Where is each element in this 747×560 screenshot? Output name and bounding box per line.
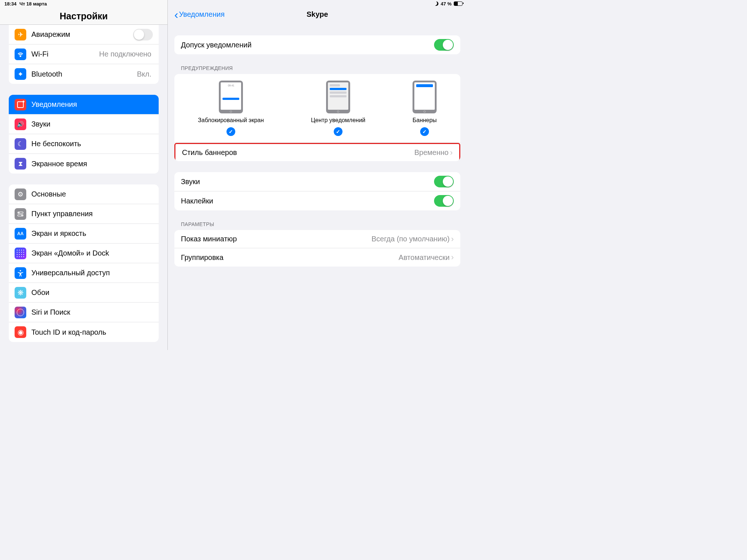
- sidebar-item-siri[interactable]: Siri и Поиск: [9, 303, 159, 322]
- sidebar-item-homescreen[interactable]: Экран «Домой» и Dock: [9, 244, 159, 263]
- sounds-icon: 🔊: [15, 118, 26, 130]
- alerts-section-header: ПРЕДУПРЕЖДЕНИЯ: [174, 65, 460, 74]
- alert-style-banners[interactable]: Баннеры ✓: [413, 81, 437, 136]
- back-button[interactable]: ‹ Уведомления: [174, 10, 225, 19]
- alert-style-notification-center[interactable]: Центр уведомлений ✓: [311, 81, 365, 136]
- sidebar-item-dnd[interactable]: ☾ Не беспокоить: [9, 134, 159, 154]
- chevron-right-icon: ›: [451, 234, 454, 244]
- sounds-row[interactable]: Звуки: [174, 172, 460, 191]
- grouping-row[interactable]: Группировка Автоматически ›: [174, 248, 460, 267]
- fingerprint-icon: ◉: [15, 326, 26, 338]
- chevron-right-icon: ›: [451, 253, 454, 262]
- banner-preview-icon: [413, 81, 437, 113]
- hourglass-icon: ⧗: [15, 158, 26, 170]
- sidebar-item-control-center[interactable]: Пункт управления: [9, 204, 159, 224]
- svg-point-2: [18, 212, 19, 213]
- alert-style-lockscreen[interactable]: 09:41 Заблокированный экран ✓: [198, 81, 264, 136]
- sidebar-item-notifications[interactable]: Уведомления: [9, 95, 159, 114]
- moon-icon: ☾: [15, 138, 26, 150]
- check-icon: ✓: [334, 127, 342, 136]
- chevron-left-icon: ‹: [174, 12, 178, 18]
- notifications-icon: [15, 99, 26, 110]
- gear-icon: ⚙: [15, 188, 26, 200]
- status-time: 18:34: [4, 1, 16, 7]
- battery-icon: [454, 1, 462, 6]
- sidebar-item-airplane[interactable]: ✈ Авиарежим: [9, 25, 159, 44]
- sidebar-item-accessibility[interactable]: Универсальный доступ: [9, 263, 159, 283]
- airplane-icon: ✈: [15, 29, 26, 40]
- dnd-status-icon: [434, 1, 439, 6]
- notification-center-preview-icon: [326, 81, 350, 113]
- page-title: Skype: [307, 10, 328, 19]
- home-grid-icon: [15, 248, 26, 259]
- sidebar-item-wifi[interactable]: Wi-Fi Не подключено: [9, 44, 159, 64]
- settings-sidebar: Настройки ✈ Авиарежим Wi-Fi Не подключен…: [0, 0, 168, 350]
- svg-point-0: [20, 55, 21, 57]
- sidebar-item-general[interactable]: ⚙ Основные: [9, 184, 159, 204]
- sidebar-item-sounds[interactable]: 🔊 Звуки: [9, 114, 159, 134]
- sidebar-item-touchid[interactable]: ◉ Touch ID и код-пароль: [9, 322, 159, 342]
- allow-notifications-row[interactable]: Допуск уведомлений: [174, 35, 460, 54]
- status-bar: 18:34 Чт 18 марта 47 %: [0, 0, 467, 7]
- status-date: Чт 18 марта: [19, 1, 47, 7]
- sounds-toggle[interactable]: [434, 176, 454, 187]
- params-section-header: ПАРАМЕТРЫ: [174, 221, 460, 230]
- allow-notifications-toggle[interactable]: [434, 39, 454, 51]
- sidebar-item-bluetooth[interactable]: ⌖ Bluetooth Вкл.: [9, 64, 159, 84]
- bluetooth-icon: ⌖: [15, 68, 26, 80]
- sidebar-item-wallpaper[interactable]: Обои: [9, 283, 159, 303]
- wifi-icon: [15, 48, 26, 60]
- sidebar-item-screentime[interactable]: ⧗ Экранное время: [9, 154, 159, 174]
- battery-percent: 47 %: [441, 1, 452, 7]
- accessibility-icon: [15, 267, 26, 279]
- svg-point-4: [22, 215, 23, 216]
- flower-icon: [15, 287, 26, 299]
- show-previews-row[interactable]: Показ миниатюр Всегда (по умолчанию) ›: [174, 230, 460, 248]
- badges-row[interactable]: Наклейки: [174, 191, 460, 210]
- svg-point-5: [20, 270, 21, 271]
- chevron-right-icon: ›: [450, 148, 453, 158]
- lockscreen-preview-icon: 09:41: [219, 81, 243, 113]
- sidebar-item-display[interactable]: AA Экран и яркость: [9, 224, 159, 244]
- siri-icon: [15, 307, 26, 318]
- badges-toggle[interactable]: [434, 195, 454, 207]
- display-icon: AA: [15, 228, 26, 240]
- check-icon: ✓: [227, 127, 235, 136]
- toggles-icon: [15, 208, 26, 220]
- detail-pane: ‹ Уведомления Skype Допуск уведомлений П…: [168, 0, 467, 350]
- sidebar-title: Настройки: [0, 11, 167, 22]
- banner-style-row[interactable]: Стиль баннеров Временно ›: [174, 143, 460, 161]
- airplane-toggle[interactable]: [133, 29, 153, 40]
- check-icon: ✓: [420, 127, 429, 136]
